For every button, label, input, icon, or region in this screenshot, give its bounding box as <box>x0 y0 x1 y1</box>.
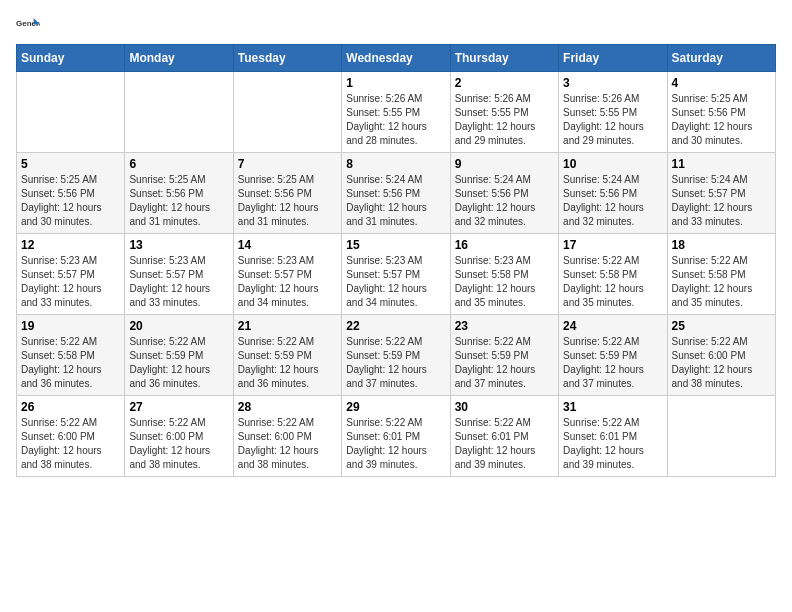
day-info: Sunrise: 5:23 AM Sunset: 5:57 PM Dayligh… <box>21 254 120 310</box>
day-info: Sunrise: 5:22 AM Sunset: 5:59 PM Dayligh… <box>346 335 445 391</box>
day-number: 25 <box>672 319 771 333</box>
day-info: Sunrise: 5:22 AM Sunset: 5:58 PM Dayligh… <box>563 254 662 310</box>
week-row-2: 5Sunrise: 5:25 AM Sunset: 5:56 PM Daylig… <box>17 153 776 234</box>
calendar-cell: 26Sunrise: 5:22 AM Sunset: 6:00 PM Dayli… <box>17 396 125 477</box>
day-number: 29 <box>346 400 445 414</box>
day-info: Sunrise: 5:25 AM Sunset: 5:56 PM Dayligh… <box>21 173 120 229</box>
day-info: Sunrise: 5:26 AM Sunset: 5:55 PM Dayligh… <box>563 92 662 148</box>
day-number: 24 <box>563 319 662 333</box>
calendar-cell: 11Sunrise: 5:24 AM Sunset: 5:57 PM Dayli… <box>667 153 775 234</box>
day-number: 1 <box>346 76 445 90</box>
day-info: Sunrise: 5:22 AM Sunset: 5:59 PM Dayligh… <box>238 335 337 391</box>
day-number: 3 <box>563 76 662 90</box>
day-number: 7 <box>238 157 337 171</box>
day-number: 2 <box>455 76 554 90</box>
week-row-1: 1Sunrise: 5:26 AM Sunset: 5:55 PM Daylig… <box>17 72 776 153</box>
calendar-cell: 14Sunrise: 5:23 AM Sunset: 5:57 PM Dayli… <box>233 234 341 315</box>
day-number: 17 <box>563 238 662 252</box>
day-info: Sunrise: 5:24 AM Sunset: 5:56 PM Dayligh… <box>563 173 662 229</box>
calendar-cell: 28Sunrise: 5:22 AM Sunset: 6:00 PM Dayli… <box>233 396 341 477</box>
day-header-friday: Friday <box>559 45 667 72</box>
day-number: 15 <box>346 238 445 252</box>
day-info: Sunrise: 5:25 AM Sunset: 5:56 PM Dayligh… <box>129 173 228 229</box>
week-row-5: 26Sunrise: 5:22 AM Sunset: 6:00 PM Dayli… <box>17 396 776 477</box>
day-info: Sunrise: 5:23 AM Sunset: 5:57 PM Dayligh… <box>346 254 445 310</box>
day-info: Sunrise: 5:22 AM Sunset: 6:01 PM Dayligh… <box>563 416 662 472</box>
calendar-cell <box>667 396 775 477</box>
calendar-cell: 31Sunrise: 5:22 AM Sunset: 6:01 PM Dayli… <box>559 396 667 477</box>
day-number: 28 <box>238 400 337 414</box>
calendar-cell: 5Sunrise: 5:25 AM Sunset: 5:56 PM Daylig… <box>17 153 125 234</box>
day-info: Sunrise: 5:22 AM Sunset: 5:59 PM Dayligh… <box>129 335 228 391</box>
day-info: Sunrise: 5:22 AM Sunset: 6:01 PM Dayligh… <box>455 416 554 472</box>
day-number: 11 <box>672 157 771 171</box>
day-number: 14 <box>238 238 337 252</box>
week-row-4: 19Sunrise: 5:22 AM Sunset: 5:58 PM Dayli… <box>17 315 776 396</box>
calendar-cell: 10Sunrise: 5:24 AM Sunset: 5:56 PM Dayli… <box>559 153 667 234</box>
logo-icon: General <box>16 16 40 36</box>
day-number: 6 <box>129 157 228 171</box>
day-info: Sunrise: 5:22 AM Sunset: 5:58 PM Dayligh… <box>21 335 120 391</box>
day-info: Sunrise: 5:26 AM Sunset: 5:55 PM Dayligh… <box>346 92 445 148</box>
day-header-tuesday: Tuesday <box>233 45 341 72</box>
logo: General <box>16 16 44 36</box>
calendar-cell: 17Sunrise: 5:22 AM Sunset: 5:58 PM Dayli… <box>559 234 667 315</box>
calendar-cell: 2Sunrise: 5:26 AM Sunset: 5:55 PM Daylig… <box>450 72 558 153</box>
day-number: 18 <box>672 238 771 252</box>
day-header-sunday: Sunday <box>17 45 125 72</box>
day-number: 10 <box>563 157 662 171</box>
day-number: 26 <box>21 400 120 414</box>
calendar-cell: 18Sunrise: 5:22 AM Sunset: 5:58 PM Dayli… <box>667 234 775 315</box>
calendar-cell: 4Sunrise: 5:25 AM Sunset: 5:56 PM Daylig… <box>667 72 775 153</box>
day-number: 21 <box>238 319 337 333</box>
calendar-cell: 27Sunrise: 5:22 AM Sunset: 6:00 PM Dayli… <box>125 396 233 477</box>
day-number: 8 <box>346 157 445 171</box>
day-info: Sunrise: 5:22 AM Sunset: 6:00 PM Dayligh… <box>672 335 771 391</box>
day-number: 19 <box>21 319 120 333</box>
calendar-cell: 15Sunrise: 5:23 AM Sunset: 5:57 PM Dayli… <box>342 234 450 315</box>
calendar-cell: 1Sunrise: 5:26 AM Sunset: 5:55 PM Daylig… <box>342 72 450 153</box>
day-info: Sunrise: 5:25 AM Sunset: 5:56 PM Dayligh… <box>672 92 771 148</box>
day-info: Sunrise: 5:22 AM Sunset: 5:59 PM Dayligh… <box>563 335 662 391</box>
calendar-cell: 16Sunrise: 5:23 AM Sunset: 5:58 PM Dayli… <box>450 234 558 315</box>
calendar-cell: 21Sunrise: 5:22 AM Sunset: 5:59 PM Dayli… <box>233 315 341 396</box>
day-info: Sunrise: 5:22 AM Sunset: 5:58 PM Dayligh… <box>672 254 771 310</box>
calendar-cell: 8Sunrise: 5:24 AM Sunset: 5:56 PM Daylig… <box>342 153 450 234</box>
day-info: Sunrise: 5:24 AM Sunset: 5:56 PM Dayligh… <box>455 173 554 229</box>
calendar-cell: 24Sunrise: 5:22 AM Sunset: 5:59 PM Dayli… <box>559 315 667 396</box>
calendar-body: 1Sunrise: 5:26 AM Sunset: 5:55 PM Daylig… <box>17 72 776 477</box>
day-info: Sunrise: 5:22 AM Sunset: 6:00 PM Dayligh… <box>129 416 228 472</box>
calendar-header: SundayMondayTuesdayWednesdayThursdayFrid… <box>17 45 776 72</box>
day-info: Sunrise: 5:23 AM Sunset: 5:58 PM Dayligh… <box>455 254 554 310</box>
day-number: 22 <box>346 319 445 333</box>
calendar-cell: 20Sunrise: 5:22 AM Sunset: 5:59 PM Dayli… <box>125 315 233 396</box>
calendar-cell: 9Sunrise: 5:24 AM Sunset: 5:56 PM Daylig… <box>450 153 558 234</box>
day-info: Sunrise: 5:22 AM Sunset: 6:00 PM Dayligh… <box>238 416 337 472</box>
calendar-cell: 7Sunrise: 5:25 AM Sunset: 5:56 PM Daylig… <box>233 153 341 234</box>
calendar-cell: 3Sunrise: 5:26 AM Sunset: 5:55 PM Daylig… <box>559 72 667 153</box>
day-info: Sunrise: 5:23 AM Sunset: 5:57 PM Dayligh… <box>129 254 228 310</box>
day-header-monday: Monday <box>125 45 233 72</box>
calendar-cell: 6Sunrise: 5:25 AM Sunset: 5:56 PM Daylig… <box>125 153 233 234</box>
day-info: Sunrise: 5:24 AM Sunset: 5:57 PM Dayligh… <box>672 173 771 229</box>
day-info: Sunrise: 5:23 AM Sunset: 5:57 PM Dayligh… <box>238 254 337 310</box>
day-info: Sunrise: 5:22 AM Sunset: 5:59 PM Dayligh… <box>455 335 554 391</box>
calendar-cell: 23Sunrise: 5:22 AM Sunset: 5:59 PM Dayli… <box>450 315 558 396</box>
day-number: 4 <box>672 76 771 90</box>
day-info: Sunrise: 5:26 AM Sunset: 5:55 PM Dayligh… <box>455 92 554 148</box>
day-info: Sunrise: 5:22 AM Sunset: 6:01 PM Dayligh… <box>346 416 445 472</box>
day-number: 31 <box>563 400 662 414</box>
day-number: 13 <box>129 238 228 252</box>
day-number: 9 <box>455 157 554 171</box>
calendar-cell: 13Sunrise: 5:23 AM Sunset: 5:57 PM Dayli… <box>125 234 233 315</box>
week-row-3: 12Sunrise: 5:23 AM Sunset: 5:57 PM Dayli… <box>17 234 776 315</box>
day-number: 23 <box>455 319 554 333</box>
calendar-cell: 22Sunrise: 5:22 AM Sunset: 5:59 PM Dayli… <box>342 315 450 396</box>
day-number: 27 <box>129 400 228 414</box>
calendar-cell: 29Sunrise: 5:22 AM Sunset: 6:01 PM Dayli… <box>342 396 450 477</box>
calendar-cell <box>125 72 233 153</box>
day-number: 30 <box>455 400 554 414</box>
day-number: 20 <box>129 319 228 333</box>
day-number: 16 <box>455 238 554 252</box>
day-header-wednesday: Wednesday <box>342 45 450 72</box>
